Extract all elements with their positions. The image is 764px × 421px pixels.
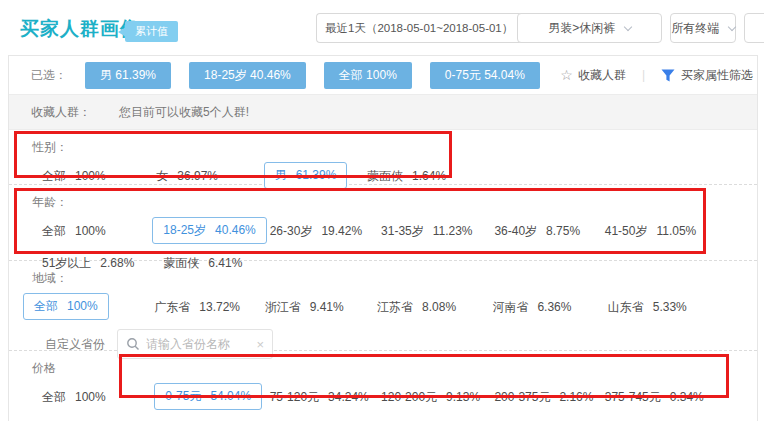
selected-tag-age[interactable]: 18-25岁 40.46%	[189, 62, 306, 89]
selected-filters-bar: 已选： 男 61.39% 18-25岁 40.46% 全部 100% 0-75元…	[9, 56, 757, 94]
gender-option[interactable]: 蒙面侠1.64%	[367, 163, 446, 189]
region-option-selected[interactable]: 全部100%	[23, 293, 151, 320]
selected-tag-gender[interactable]: 男 61.39%	[85, 62, 171, 89]
favorite-crowd-button[interactable]: 收藏人群	[578, 67, 626, 84]
clear-icon[interactable]: ×	[256, 337, 264, 352]
section-gender-label: 性别：	[9, 137, 757, 162]
favorite-crowd-label: 收藏人群：	[31, 104, 91, 121]
terminal-dropdown-label: 所有终端	[671, 21, 719, 35]
page-header: 买家人群画像 累计值 最近1天（2018-05-01~2018-05-01） 1…	[0, 0, 764, 55]
region-option[interactable]: 江苏省8.08%	[377, 294, 489, 320]
date-range-text[interactable]: 最近1天（2018-05-01~2018-05-01）	[316, 13, 521, 43]
section-gender: 性别： 全部100% 女36.97% 男61.39% 蒙面侠1.64%	[9, 130, 757, 184]
province-search-box[interactable]: ×	[117, 329, 273, 359]
gender-option[interactable]: 女36.97%	[156, 163, 260, 189]
age-option[interactable]: 26-30岁19.42%	[270, 218, 378, 244]
category-dropdown-label: 男装>休闲裤	[548, 21, 615, 35]
region-option[interactable]: 浙江省9.41%	[265, 294, 374, 320]
buyer-attribute-filter-button[interactable]: 买家属性筛选	[681, 67, 753, 84]
price-option[interactable]: 200-375元2.16%	[494, 384, 601, 410]
price-options-row-2: 745元以上0.09%	[9, 415, 757, 421]
custom-province-label: 自定义省份	[45, 336, 105, 353]
gender-option-selected[interactable]: 男61.39%	[264, 162, 364, 189]
price-option-selected[interactable]: 0-75元54.04%	[154, 383, 266, 410]
star-icon: ☆	[560, 67, 573, 83]
section-price-label: 价格	[9, 358, 757, 383]
terminal-dropdown[interactable]: 所有终端	[670, 13, 736, 43]
favorite-crowd-message: 您目前可以收藏5个人群!	[119, 104, 249, 121]
header-controls: 最近1天（2018-05-01~2018-05-01） 16 男装>休闲裤 所有…	[316, 13, 764, 43]
price-option[interactable]: 375-745元0.34%	[605, 384, 704, 410]
age-option[interactable]: 36-40岁8.75%	[494, 218, 601, 244]
price-option[interactable]: 75-120元34.24%	[270, 384, 378, 410]
selected-tag-region[interactable]: 全部 100%	[324, 62, 412, 89]
chevron-down-icon	[727, 23, 735, 31]
category-dropdown[interactable]: 男装>休闲裤	[517, 13, 662, 43]
age-options-row-1: 全部100% 18-25岁40.46% 26-30岁19.42% 31-35岁1…	[9, 217, 757, 243]
favorite-crowd-notice: 收藏人群： 您目前可以收藏5个人群!	[9, 94, 757, 130]
filter-funnel-icon	[661, 69, 675, 82]
price-options-row-1: 全部100% 0-75元54.04% 75-120元34.24% 120-200…	[9, 383, 757, 409]
age-option[interactable]: 全部100%	[42, 218, 149, 244]
region-option[interactable]: 广东省13.72%	[154, 294, 261, 320]
search-icon	[126, 337, 140, 351]
filter-actions: ☆ 收藏人群 | 买家属性筛选	[560, 67, 753, 84]
age-option[interactable]: 41-50岁11.05%	[605, 218, 697, 244]
region-option[interactable]: 河南省6.36%	[492, 294, 604, 320]
section-age-label: 年龄：	[9, 192, 757, 217]
section-age: 年龄： 全部100% 18-25岁40.46% 26-30岁19.42% 31-…	[9, 184, 757, 260]
region-option[interactable]: 山东省5.33%	[608, 294, 687, 320]
price-option[interactable]: 745元以上0.09%	[42, 416, 141, 421]
age-option[interactable]: 蒙面侠6.41%	[163, 250, 242, 276]
date-range-picker[interactable]: 最近1天（2018-05-01~2018-05-01） 16	[316, 13, 509, 43]
age-option[interactable]: 31-35岁11.23%	[381, 218, 491, 244]
partial-dropdown[interactable]: 全	[744, 13, 764, 43]
price-option[interactable]: 全部100%	[42, 384, 151, 410]
price-option[interactable]: 120-200元9.13%	[381, 384, 491, 410]
accumulated-value-badge: 累计值	[125, 21, 178, 42]
selected-tag-price[interactable]: 0-75元 54.04%	[430, 62, 540, 89]
age-option-selected[interactable]: 18-25岁40.46%	[152, 217, 266, 244]
divider: |	[642, 68, 645, 82]
crowd-portrait-panel: 已选： 男 61.39% 18-25岁 40.46% 全部 100% 0-75元…	[8, 55, 758, 421]
section-price: 价格 全部100% 0-75元54.04% 75-120元34.24% 120-…	[9, 350, 757, 421]
gender-option[interactable]: 全部100%	[42, 163, 153, 189]
province-search-input[interactable]	[146, 337, 256, 351]
chevron-down-icon	[623, 23, 631, 31]
region-options-row: 全部100% 广东省13.72% 浙江省9.41% 江苏省8.08% 河南省6.…	[9, 293, 757, 319]
selected-label: 已选：	[31, 67, 67, 84]
